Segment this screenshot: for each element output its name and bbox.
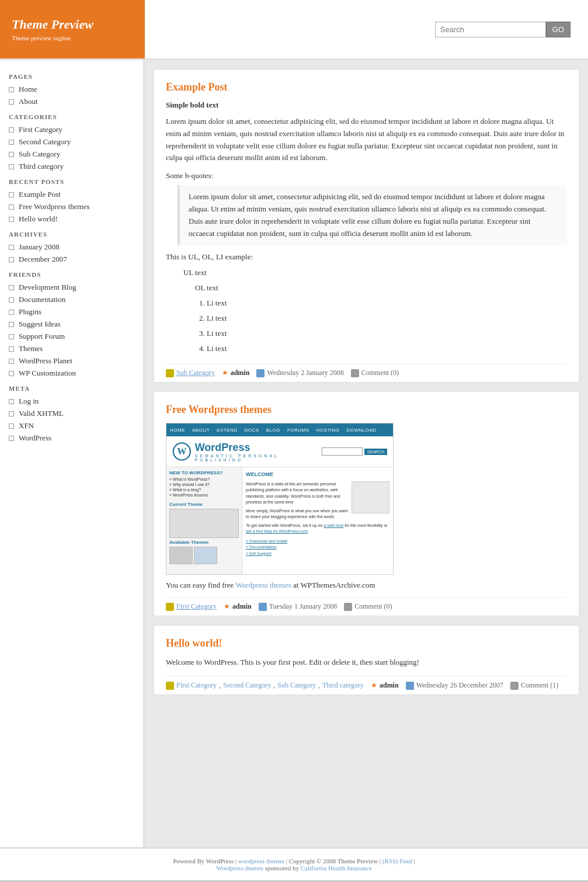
post-title-hello-world[interactable]: Hello world!	[166, 637, 567, 650]
sidebar-link-xfn[interactable]: XFN	[19, 421, 34, 430]
wp-support-link[interactable]: » Get Support	[246, 551, 272, 555]
sidebar-link-suggest-ideas[interactable]: Suggest Ideas	[19, 320, 61, 329]
post2-themes-link[interactable]: Wordpress themes	[235, 581, 291, 589]
sidebar-item-about[interactable]: About	[9, 97, 134, 106]
sidebar-item-dev-blog[interactable]: Development Blog	[9, 283, 134, 292]
sidebar-item-themes[interactable]: Themes	[9, 344, 134, 353]
wp-logo-row: W WordPress SEMANTIC PERSONAL PUBLISHING…	[166, 436, 393, 467]
post-ul-text: UL text	[183, 265, 567, 280]
sidebar-item-third-category[interactable]: Third category	[9, 162, 134, 171]
wp-wordmark: WordPress	[195, 442, 318, 454]
sidebar-link-support-forum[interactable]: Support Forum	[19, 332, 65, 341]
post-meta-cat-sub[interactable]: Sub Category	[277, 681, 316, 690]
search-form[interactable]: GO	[435, 22, 570, 37]
post-title-free-wp-themes[interactable]: Free Wordpress themes	[166, 404, 567, 416]
post-meta-cat-second[interactable]: Second Category	[223, 681, 271, 690]
wp-search-button[interactable]: SEARCH	[364, 449, 387, 455]
sidebar-link-free-wp-themes[interactable]: Free Wordpress themes	[19, 202, 89, 211]
star-icon: ★	[222, 369, 228, 377]
post-meta-author-item: ★ admin	[222, 369, 250, 377]
wp-download-link[interactable]: » Download and Install	[246, 539, 287, 545]
post-meta-author-item3: ★ admin	[371, 681, 399, 690]
wp-sidebar-item: » What is WordPress?	[169, 477, 239, 481]
footer-rss-link[interactable]: (RSS) Feed	[382, 857, 412, 864]
post-title-example-post[interactable]: Example Post	[166, 81, 567, 93]
footer-wp-themes-link[interactable]: wordpress themes	[238, 857, 284, 864]
sidebar-item-hello-world[interactable]: Hello world!	[9, 214, 134, 224]
wp-search-input[interactable]	[322, 447, 363, 456]
sidebar-friends-title: Friends	[9, 271, 134, 278]
sidebar-item-second-category[interactable]: Second Category	[9, 137, 134, 147]
post-meta-cat-third[interactable]: Third category	[322, 681, 364, 690]
wp-sidebar-title: NEW TO WORDPRESS?	[169, 470, 239, 475]
sidebar-link-wp-customization[interactable]: WP Customization	[19, 369, 76, 378]
post-meta-date-item3: Wednesday 26 December 2007	[406, 681, 503, 690]
sidebar-link-example-post[interactable]: Example Post	[19, 190, 61, 199]
post-meta-comment3: Comment (1)	[521, 681, 558, 690]
post-meta-category[interactable]: Sub Category	[176, 369, 215, 377]
main-content: Example Post Simple bold text Lorem ipsu…	[145, 60, 588, 847]
sidebar-item-sub-category[interactable]: Sub Category	[9, 150, 134, 159]
sidebar-link-home[interactable]: Home	[19, 85, 37, 94]
square-icon	[9, 285, 14, 290]
sidebar-link-dec-2007[interactable]: December 2007	[19, 255, 67, 264]
sidebar-item-wp-customization[interactable]: WP Customization	[9, 369, 134, 378]
post-meta-category2[interactable]: First Category	[176, 602, 217, 611]
sidebar-link-wordpress[interactable]: WordPress	[19, 433, 51, 443]
sidebar-link-sub-category[interactable]: Sub Category	[19, 150, 60, 159]
sidebar-link-themes[interactable]: Themes	[19, 344, 43, 353]
footer-california-link[interactable]: California Health Insurance	[301, 864, 372, 871]
sidebar-item-first-category[interactable]: First Category	[9, 125, 134, 134]
sidebar-item-jan-2008[interactable]: January 2008	[9, 242, 134, 252]
sidebar-item-plugins[interactable]: Plugins	[9, 307, 134, 317]
sidebar-link-plugins[interactable]: Plugins	[19, 307, 41, 317]
sidebar-item-support-forum[interactable]: Support Forum	[9, 332, 134, 341]
sidebar-link-valid-xhtml[interactable]: Valid XHTML	[19, 409, 64, 418]
sidebar-item-free-wp-themes[interactable]: Free Wordpress themes	[9, 202, 134, 211]
sidebar-link-wp-planet[interactable]: WordPress Planet	[19, 356, 72, 366]
sidebar-item-login[interactable]: Log in	[9, 397, 134, 406]
sidebar-item-dec-2007[interactable]: December 2007	[9, 255, 134, 264]
sidebar-item-wordpress[interactable]: WordPress	[9, 433, 134, 443]
sidebar-link-about[interactable]: About	[19, 97, 38, 106]
sidebar-item-home[interactable]: Home	[9, 85, 134, 94]
list-item: Li text	[207, 326, 567, 341]
sidebar-link-login[interactable]: Log in	[19, 397, 39, 406]
square-icon	[9, 204, 14, 210]
wp-webhost-link[interactable]: a web host	[323, 523, 343, 527]
sidebar-item-xfn[interactable]: XFN	[9, 421, 134, 430]
sidebar-item-suggest-ideas[interactable]: Suggest Ideas	[9, 320, 134, 329]
wp-free-blog-link[interactable]: get a free blog on WordPress.com	[246, 529, 308, 533]
sidebar-item-valid-xhtml[interactable]: Valid XHTML	[9, 409, 134, 418]
post-meta-example-post: Sub Category ★ admin Wednesday 2 January…	[166, 363, 567, 382]
sidebar-link-hello-world[interactable]: Hello world!	[19, 214, 58, 224]
wp-documentation-link[interactable]: » Documentation	[246, 545, 277, 549]
site-title: Theme Preview	[12, 17, 133, 32]
comment-icon	[351, 369, 359, 377]
wp-theme-preview	[169, 509, 239, 538]
sidebar-item-example-post[interactable]: Example Post	[9, 190, 134, 199]
post-example-post: Example Post Simple bold text Lorem ipsu…	[154, 69, 579, 383]
wp-admin-screenshot	[352, 481, 389, 513]
site-tagline: Theme preview tagline	[12, 34, 133, 41]
wp-themes-title: Current Theme	[169, 502, 239, 507]
sidebar: Pages Home About Categories First Catego…	[0, 60, 145, 847]
square-icon	[9, 152, 14, 157]
sidebar-link-jan-2008[interactable]: January 2008	[19, 242, 60, 252]
sidebar-link-dev-blog[interactable]: Development Blog	[19, 283, 76, 292]
calendar-icon	[259, 603, 267, 611]
post-ol-text-container: OL text Li text Li text Li text Li text	[195, 280, 567, 356]
sidebar-link-third-category[interactable]: Third category	[19, 162, 64, 171]
wp-sidebar-themes-area: Current Theme Available Themes	[169, 502, 239, 564]
sidebar-link-second-category[interactable]: Second Category	[19, 137, 71, 147]
sidebar-link-documentation[interactable]: Documentation	[19, 295, 65, 304]
post-bquotes-label: Some b-quotes:	[166, 171, 567, 180]
post-meta-cat-first[interactable]: First Category	[176, 681, 217, 690]
sidebar-item-documentation[interactable]: Documentation	[9, 295, 134, 304]
sidebar-item-wp-planet[interactable]: WordPress Planet	[9, 356, 134, 366]
footer-wp-themes2-link[interactable]: Wordpress themes	[216, 864, 263, 871]
search-input[interactable]	[435, 22, 546, 37]
post-meta-date-item: Wednesday 2 January 2008	[256, 369, 343, 377]
search-button[interactable]: GO	[546, 22, 570, 37]
sidebar-link-first-category[interactable]: First Category	[19, 125, 62, 134]
